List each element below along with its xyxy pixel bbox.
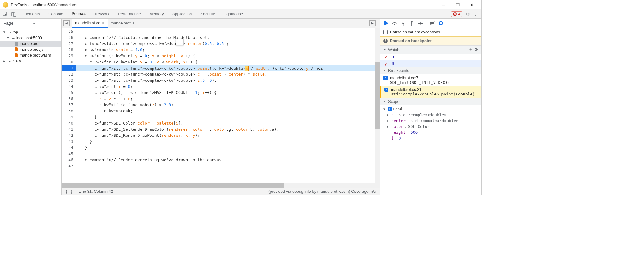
file-tree: ▼ ▭ top ▼ ☁ localhost:5000 mandelbrot ma… — [0, 28, 61, 195]
navigator-more-tabs-icon[interactable]: » — [32, 21, 35, 26]
debug-info-link[interactable]: mandelbrot.wasm — [317, 189, 349, 194]
svg-rect-2 — [13, 13, 16, 16]
tab-network[interactable]: Network — [91, 9, 114, 18]
tab-elements[interactable]: Elements — [19, 9, 44, 18]
file-icon — [15, 47, 18, 51]
file-icon — [15, 42, 18, 46]
breakpoint-checkbox[interactable]: ✓ — [383, 76, 388, 80]
pause-on-caught-row[interactable]: Pause on caught exceptions — [380, 28, 481, 36]
tree-file-mandelbrot-wasm[interactable]: mandelbrot.wasm — [0, 52, 61, 58]
error-count: 4 — [458, 12, 460, 16]
navigator-panel: Page » ⋮ ▼ ▭ top ▼ ☁ localhost:5000 mand… — [0, 19, 62, 195]
tree-file-scheme[interactable]: ▶ ☁ file:// — [0, 58, 61, 64]
scope-var[interactable]: ▶c: std::complex<double> — [380, 112, 481, 118]
editor-nav-fwd-icon[interactable]: ▶ — [369, 20, 376, 26]
scrollbar-vertical[interactable] — [375, 28, 380, 183]
more-icon[interactable]: ⋮ — [473, 12, 478, 17]
breakpoint-item[interactable]: ✓mandelbrot.cc:31std::complex<double> po… — [380, 86, 481, 98]
scope-section-header[interactable]: ▼ Scope — [380, 98, 481, 105]
tree-file-mandelbrot-js[interactable]: mandelbrot.js — [0, 47, 61, 52]
info-icon: i — [383, 39, 388, 43]
debugger-toolbar — [380, 19, 481, 28]
paused-banner: i Paused on breakpoint — [380, 36, 481, 45]
tab-memory[interactable]: Memory — [145, 9, 168, 18]
devtools-topbar: ElementsConsoleSourcesNetworkPerformance… — [0, 9, 481, 19]
watch-item[interactable]: y: 0 — [380, 60, 481, 67]
window-title: DevTools - localhost:5000/mandelbrot — [11, 2, 437, 7]
window-close-button[interactable]: ✕ — [465, 0, 479, 9]
watch-add-icon[interactable]: ＋ — [468, 47, 473, 52]
tab-lighthouse[interactable]: Lighthouse — [219, 9, 247, 18]
svg-point-8 — [439, 21, 443, 25]
editor-panel: ◀ mandelbrot.cc×mandelbrot.js ▶ 25262728… — [62, 19, 380, 195]
pause-on-exceptions-icon[interactable] — [438, 21, 444, 26]
svg-rect-10 — [441, 22, 442, 24]
inspect-icon[interactable] — [3, 12, 8, 17]
step-out-icon[interactable] — [409, 21, 415, 26]
scope-local-header[interactable]: ▼ L Local — [380, 106, 481, 112]
svg-point-4 — [403, 24, 404, 26]
svg-rect-9 — [440, 22, 441, 24]
watch-refresh-icon[interactable]: ⟳ — [475, 47, 478, 52]
tree-root[interactable]: ▼ ▭ top — [0, 29, 61, 35]
error-badge[interactable]: ✕ 4 — [451, 11, 462, 17]
window-minimize-button[interactable]: ─ — [437, 0, 451, 9]
window-titlebar: DevTools - localhost:5000/mandelbrot ─ ☐… — [0, 0, 481, 9]
breakpoint-checkbox[interactable]: ✓ — [384, 88, 388, 92]
close-tab-icon[interactable]: × — [102, 21, 104, 25]
editor-tab-mandelbrot-js[interactable]: mandelbrot.js — [108, 19, 138, 28]
settings-icon[interactable]: ⚙ — [465, 12, 470, 17]
window-maximize-button[interactable]: ☐ — [451, 0, 465, 9]
device-toggle-icon[interactable] — [11, 12, 16, 17]
debug-info-text: (provided via debug info by mandelbrot.w… — [268, 189, 376, 194]
tab-sources[interactable]: Sources — [67, 9, 91, 18]
svg-point-6 — [422, 23, 423, 24]
editor-tab-mandelbrot-cc[interactable]: mandelbrot.cc× — [72, 19, 108, 28]
app-icon — [3, 2, 8, 8]
breakpoints-section-header[interactable]: ▼ Breakpoints — [380, 67, 481, 74]
tab-application[interactable]: Application — [168, 9, 196, 18]
navigator-menu-icon[interactable]: ⋮ — [54, 21, 58, 26]
svg-point-5 — [411, 24, 412, 26]
step-icon[interactable] — [418, 21, 423, 26]
watch-item[interactable]: x: 3 — [380, 54, 481, 60]
step-over-icon[interactable] — [392, 21, 397, 26]
code-content[interactable]: 3 c-comment">// Calculate and draw the M… — [76, 28, 375, 183]
error-icon: ✕ — [453, 12, 457, 16]
editor-statusbar: { } Line 31, Column 42 (provided via deb… — [62, 188, 380, 195]
scope-var[interactable]: height: 600 — [380, 129, 481, 135]
svg-point-3 — [394, 24, 395, 25]
tab-console[interactable]: Console — [44, 9, 67, 18]
local-badge-icon: L — [388, 107, 392, 111]
format-icon[interactable]: { } — [65, 189, 73, 194]
cursor-position: Line 31, Column 42 — [78, 189, 113, 194]
deactivate-breakpoints-icon[interactable] — [430, 21, 435, 26]
editor-gutter[interactable]: 2526272829303132333435363738394041424344… — [62, 28, 76, 183]
hover-value-tooltip: 3 — [176, 39, 184, 45]
resume-icon[interactable] — [383, 21, 389, 26]
scope-var[interactable]: ▶color: SDL_Color — [380, 124, 481, 129]
tree-file-mandelbrot[interactable]: mandelbrot — [0, 41, 61, 47]
scrollbar-horizontal[interactable] — [62, 183, 380, 188]
watch-section-header[interactable]: ▼ Watch ＋ ⟳ — [380, 45, 481, 54]
pause-on-caught-checkbox[interactable] — [383, 30, 388, 34]
step-into-icon[interactable] — [400, 21, 406, 26]
navigator-page-label[interactable]: Page — [3, 21, 13, 26]
scope-var[interactable]: ▶center: std::complex<double> — [380, 118, 481, 124]
breakpoint-item[interactable]: ✓mandelbrot.cc:7SDL_Init(SDL_INIT_VIDEO)… — [380, 74, 481, 86]
file-icon — [15, 53, 18, 57]
scope-var[interactable]: i: 0 — [380, 135, 481, 141]
debugger-panel: Pause on caught exceptions i Paused on b… — [380, 19, 481, 195]
tab-security[interactable]: Security — [196, 9, 219, 18]
tab-performance[interactable]: Performance — [114, 9, 145, 18]
editor-nav-back-icon[interactable]: ◀ — [63, 20, 70, 26]
tree-origin[interactable]: ▼ ☁ localhost:5000 — [0, 35, 61, 41]
